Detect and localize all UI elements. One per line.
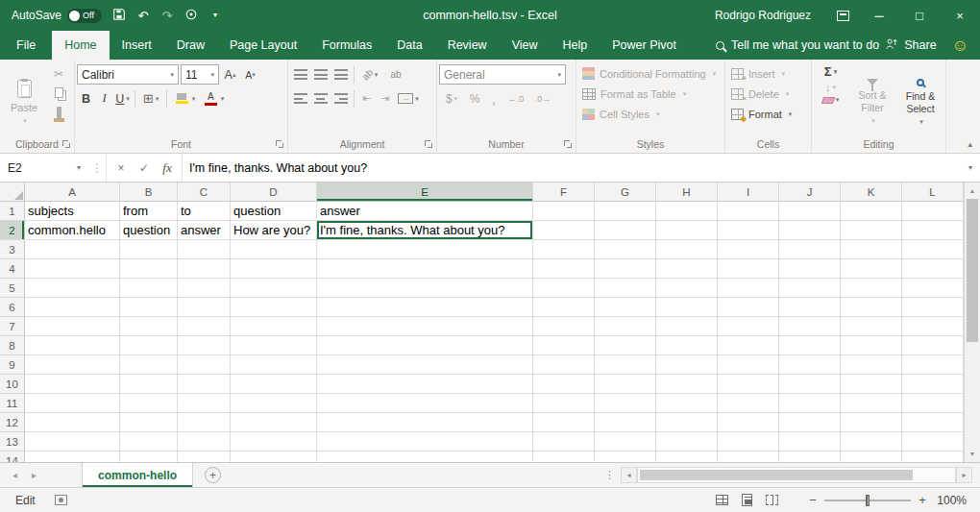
cell-H1[interactable] bbox=[656, 202, 718, 221]
cell-C2[interactable]: answer bbox=[178, 221, 231, 240]
collapse-ribbon-chevron-icon[interactable]: ▴ bbox=[968, 139, 972, 149]
cell-G7[interactable] bbox=[595, 317, 656, 336]
cell-E9[interactable] bbox=[317, 355, 533, 375]
cell-J14[interactable] bbox=[779, 451, 841, 462]
cell-G4[interactable] bbox=[595, 259, 656, 279]
cell-I14[interactable] bbox=[718, 451, 779, 462]
cell-I3[interactable] bbox=[718, 240, 779, 259]
name-box[interactable]: E2 ▾ bbox=[0, 154, 88, 182]
cell-K4[interactable] bbox=[841, 259, 902, 279]
underline-button[interactable]: U▾ bbox=[113, 88, 132, 109]
cell-I8[interactable] bbox=[718, 336, 779, 355]
column-header-D[interactable]: D bbox=[231, 183, 317, 202]
row-header-5[interactable]: 5 bbox=[0, 279, 25, 298]
align-right-button[interactable] bbox=[331, 88, 351, 109]
horizontal-scrollbar[interactable]: ◂ ▸ bbox=[621, 467, 972, 483]
font-dialog-launcher[interactable] bbox=[275, 139, 285, 150]
cell-B8[interactable] bbox=[120, 336, 178, 355]
cell-A9[interactable] bbox=[25, 355, 120, 375]
tab-help[interactable]: Help bbox=[551, 31, 600, 60]
copy-button[interactable] bbox=[46, 84, 71, 102]
tab-view[interactable]: View bbox=[500, 31, 551, 60]
sheetbar-grip-icon[interactable]: ⋮ bbox=[600, 463, 619, 487]
cell-G1[interactable] bbox=[595, 202, 656, 221]
share-button[interactable]: Share bbox=[885, 37, 936, 53]
cell-I2[interactable] bbox=[718, 221, 779, 240]
cell-C10[interactable] bbox=[178, 375, 231, 394]
font-size-combo[interactable]: 11 ▾ bbox=[181, 64, 219, 85]
cell-C5[interactable] bbox=[178, 279, 231, 298]
tab-data[interactable]: Data bbox=[384, 31, 434, 60]
cell-I5[interactable] bbox=[718, 279, 779, 298]
cell-I12[interactable] bbox=[718, 413, 779, 432]
cell-D6[interactable] bbox=[231, 298, 317, 317]
cell-G8[interactable] bbox=[595, 336, 656, 355]
vertical-scroll-thumb[interactable] bbox=[967, 199, 978, 342]
formula-input[interactable]: I'm fine, thanks. What about you? bbox=[183, 154, 961, 182]
cell-K8[interactable] bbox=[841, 336, 902, 355]
delete-cells-button[interactable]: × Delete ▾ bbox=[727, 84, 809, 104]
cell-C8[interactable] bbox=[178, 336, 231, 355]
cell-C4[interactable] bbox=[178, 259, 231, 279]
cell-G3[interactable] bbox=[595, 240, 656, 259]
column-header-L[interactable]: L bbox=[902, 183, 964, 202]
accounting-format-button[interactable]: $▾ bbox=[439, 92, 464, 106]
cell-F10[interactable] bbox=[533, 375, 595, 394]
decrease-font-button[interactable]: A▾ bbox=[241, 64, 259, 85]
cell-E13[interactable] bbox=[317, 432, 533, 451]
cell-J8[interactable] bbox=[779, 336, 841, 355]
cell-L3[interactable] bbox=[902, 240, 964, 259]
cell-B5[interactable] bbox=[120, 279, 178, 298]
percent-style-button[interactable]: % bbox=[464, 92, 485, 106]
row-header-6[interactable]: 6 bbox=[0, 298, 25, 317]
cell-D2[interactable]: How are you? bbox=[231, 221, 317, 240]
formula-bar-grip-icon[interactable]: ⋮ bbox=[88, 154, 107, 182]
close-button[interactable]: × bbox=[940, 0, 980, 31]
tab-page-layout[interactable]: Page Layout bbox=[217, 31, 309, 60]
sheet-nav-right-icon[interactable]: ▸ bbox=[32, 470, 37, 480]
view-normal-button[interactable] bbox=[709, 491, 734, 510]
format-as-table-button[interactable]: Format as Table ▾ bbox=[578, 84, 723, 104]
cell-I13[interactable] bbox=[718, 432, 779, 451]
number-format-combo[interactable]: General ▾ bbox=[439, 64, 566, 85]
cell-E4[interactable] bbox=[317, 259, 533, 279]
decrease-indent-button[interactable]: ⇤ bbox=[357, 92, 376, 105]
borders-button[interactable]: ⊞▾ bbox=[138, 91, 163, 106]
sort-filter-button[interactable]: Sort & Filter ▾ bbox=[849, 62, 895, 137]
insert-cells-button[interactable]: + Insert ▾ bbox=[727, 63, 809, 84]
align-left-button[interactable] bbox=[290, 88, 310, 109]
tab-draw[interactable]: Draw bbox=[164, 31, 217, 60]
qat-customize-chevron-icon[interactable]: ▾ bbox=[208, 12, 222, 19]
cell-J3[interactable] bbox=[779, 240, 841, 259]
insert-function-button[interactable]: fx bbox=[156, 160, 179, 176]
row-header-14[interactable]: 14 bbox=[0, 451, 25, 462]
italic-button[interactable]: I bbox=[95, 88, 113, 109]
zoom-slider[interactable] bbox=[824, 491, 911, 510]
column-header-B[interactable]: B bbox=[120, 183, 178, 202]
cell-D4[interactable] bbox=[231, 259, 317, 279]
cell-I9[interactable] bbox=[718, 355, 779, 375]
cell-C7[interactable] bbox=[178, 317, 231, 336]
bold-button[interactable]: B bbox=[77, 88, 95, 109]
cell-B1[interactable]: from bbox=[120, 202, 178, 221]
column-header-F[interactable]: F bbox=[533, 183, 595, 202]
fill-color-button[interactable]: ▾ bbox=[170, 93, 199, 104]
cell-I1[interactable] bbox=[718, 202, 779, 221]
vertical-scroll-track[interactable] bbox=[965, 199, 980, 446]
feedback-smiley-icon[interactable]: ☺ bbox=[952, 37, 968, 54]
sheet-tab-common-hello[interactable]: common-hello bbox=[82, 463, 193, 487]
cell-F6[interactable] bbox=[533, 298, 595, 317]
cell-B2[interactable]: question bbox=[120, 221, 178, 240]
zoom-in-button[interactable]: + bbox=[911, 493, 934, 507]
cell-H9[interactable] bbox=[656, 355, 718, 375]
cell-F8[interactable] bbox=[533, 336, 595, 355]
cell-D10[interactable] bbox=[231, 375, 317, 394]
font-name-combo[interactable]: Calibri ▾ bbox=[77, 64, 179, 85]
cell-B9[interactable] bbox=[120, 355, 178, 375]
tab-file[interactable]: File bbox=[0, 31, 52, 60]
cell-G10[interactable] bbox=[595, 375, 656, 394]
cell-G11[interactable] bbox=[595, 394, 656, 413]
row-header-2[interactable]: 2 bbox=[0, 221, 25, 240]
cell-L12[interactable] bbox=[902, 413, 964, 432]
cell-G6[interactable] bbox=[595, 298, 656, 317]
